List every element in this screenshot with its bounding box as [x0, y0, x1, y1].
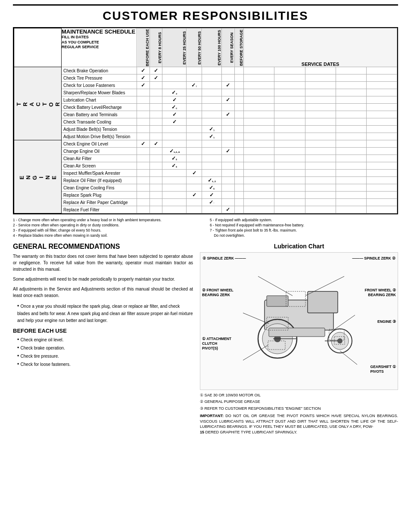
check-cell — [221, 126, 234, 133]
check-cell: ✓₇ — [187, 82, 202, 89]
check-cell — [149, 177, 162, 184]
svc-date — [336, 148, 366, 155]
svc-date — [336, 126, 366, 133]
svg-rect-2 — [267, 296, 288, 306]
svc-date — [305, 199, 336, 206]
important-text-cont: 15 DERED GRAPHITE TYPE LUBRICANT SPARING… — [200, 430, 398, 435]
svc-date — [366, 184, 397, 192]
check-cell — [202, 82, 222, 89]
table-row: Replace Spark Plug ✓ ✓ — [14, 192, 397, 199]
label-engine: ENGINE ③ — [377, 319, 396, 324]
svc-date — [244, 118, 274, 126]
check-cell — [137, 104, 150, 111]
check-cell — [149, 199, 162, 206]
check-cell — [234, 177, 244, 184]
row-label: Clean Engine Cooling Fins — [62, 184, 137, 192]
svc-date — [244, 199, 274, 206]
top-border — [13, 4, 398, 6]
svc-date — [274, 170, 305, 177]
table-row: Check Battery Level/Recharge ✓₆ — [14, 104, 397, 111]
check-cell: ✓ — [221, 206, 234, 213]
lub-note-2: ② GENERAL PURPOSE GREASE — [200, 399, 398, 405]
check-cell — [137, 148, 150, 155]
svc-date — [244, 104, 274, 111]
gen-rec-para3: All adjustments in the Service and Adjus… — [13, 286, 193, 299]
list-item: Check brake operation. — [17, 344, 193, 352]
svc-date — [244, 89, 274, 96]
svg-line-20 — [333, 315, 355, 330]
row-label: Replace Spark Plug — [62, 192, 137, 199]
row-label: Adjust Blade Belt(s) Tension — [62, 126, 137, 133]
footnote-2: 2 - Service more often when operating in… — [13, 223, 201, 228]
footnotes-left: 1 - Change more often when operating und… — [13, 218, 201, 238]
check-cell: ✓ — [162, 96, 187, 104]
row-label: Clean Air Filter — [62, 155, 137, 162]
check-cell — [234, 89, 244, 96]
svc-date — [244, 140, 274, 148]
row-label: Check Brake Operation — [62, 67, 137, 74]
check-cell: ✓₅ — [202, 133, 222, 140]
check-cell — [149, 82, 162, 89]
svc-date — [305, 206, 336, 213]
svc-date — [366, 111, 397, 118]
check-cell — [162, 206, 187, 213]
svc-date — [336, 82, 366, 89]
svc-date — [244, 206, 274, 213]
svc-date — [274, 140, 305, 148]
check-cell — [137, 206, 150, 213]
svg-point-8 — [337, 338, 342, 343]
row-label: Replace Oil Filter (If equipped) — [62, 177, 137, 184]
svc-date — [244, 155, 274, 162]
check-cell — [137, 126, 150, 133]
check-cell — [149, 96, 162, 104]
svc-date — [305, 74, 336, 82]
svc-date — [336, 184, 366, 192]
check-cell — [202, 89, 222, 96]
check-cell — [202, 170, 222, 177]
check-cell: ✓· — [202, 199, 222, 206]
svg-line-17 — [258, 276, 293, 296]
svc-date — [244, 170, 274, 177]
important-label: IMPORTANT: — [200, 414, 225, 418]
footnote-3: 3 - If equipped with oil filter, change … — [13, 228, 201, 233]
svc-date — [336, 199, 366, 206]
check-cell — [162, 140, 187, 148]
check-cell — [221, 67, 234, 74]
table-header-row: MAINTENANCE SCHEDULE FILL IN DATES AS YO… — [14, 28, 397, 67]
lub-diagram: ② SPINDLE ZERK ——— ——— SPINDLE ZERK ② ② … — [200, 252, 398, 390]
check-cell — [202, 111, 222, 118]
check-cell: ✓₁,₂ — [202, 177, 222, 184]
check-cell: ✓ — [137, 82, 150, 89]
svc-date — [274, 96, 305, 104]
footnote-5: 5 - If equipped with adjustable system. — [210, 218, 398, 223]
check-cell — [162, 82, 187, 89]
check-cell — [187, 111, 202, 118]
svc-date — [305, 67, 336, 74]
check-cell: ✓ — [137, 67, 150, 74]
check-cell — [187, 184, 202, 192]
check-cell — [187, 118, 202, 126]
check-cell — [234, 206, 244, 213]
check-cell — [149, 206, 162, 213]
row-label: Check for Loose Fasteners — [62, 82, 137, 89]
svc-date — [244, 67, 274, 74]
check-cell — [221, 184, 234, 192]
table-row: Replace Oil Filter (If equipped) ✓₁,₂ — [14, 177, 397, 184]
label-spindle-zerk-right: ——— SPINDLE ZERK ② — [352, 256, 395, 260]
table-title: MAINTENANCE SCHEDULE — [62, 28, 137, 35]
check-cell: ✓₆ — [162, 104, 187, 111]
svc-date — [305, 148, 336, 155]
svc-date — [336, 177, 366, 184]
col-header-1: BEFORE EACH USE — [137, 28, 150, 67]
svc-date — [274, 162, 305, 170]
svc-date — [336, 67, 366, 74]
check-cell — [149, 162, 162, 170]
svc-date — [244, 162, 274, 170]
table-row: Replace Air Filter Paper Cartridge ✓· — [14, 199, 397, 206]
footnote-1: 1 - Change more often when operating und… — [13, 218, 201, 223]
check-cell — [187, 206, 202, 213]
check-cell: ✓₂ — [162, 155, 187, 162]
svc-date — [274, 67, 305, 74]
check-cell — [187, 199, 202, 206]
check-cell — [137, 111, 150, 118]
